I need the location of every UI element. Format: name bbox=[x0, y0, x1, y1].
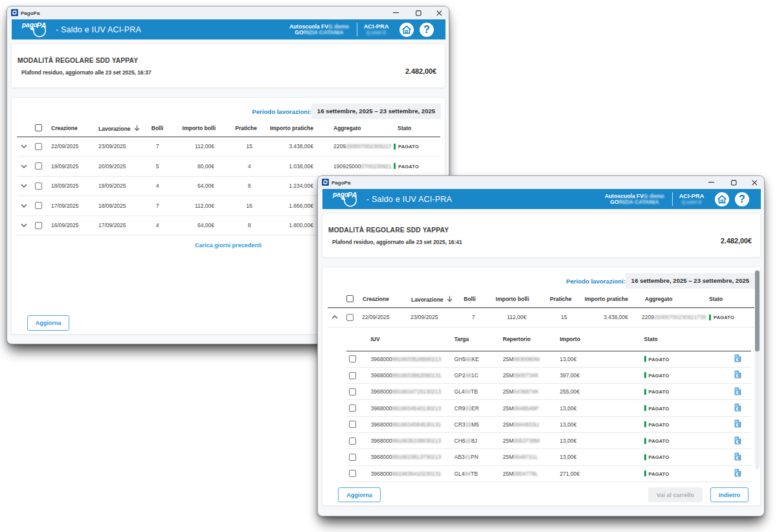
svg-text:pago: pago bbox=[332, 191, 348, 198]
svg-text:pago: pago bbox=[21, 21, 38, 28]
